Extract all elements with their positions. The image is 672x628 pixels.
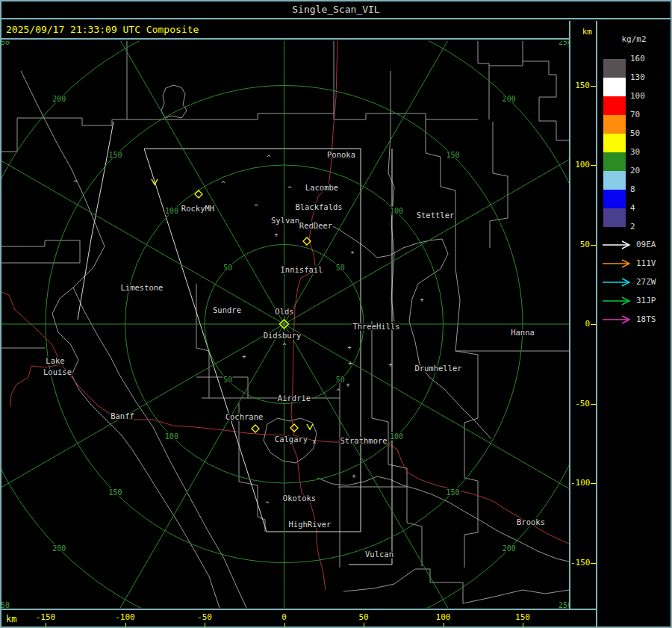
bottom-distance-axis: km -150-100-50050100150 xyxy=(0,609,596,628)
radar-id-label: 09EA xyxy=(636,240,669,249)
point-marker: + xyxy=(420,296,424,303)
city-label: ThreeHills xyxy=(352,322,399,331)
bottom-axis-tick-mark xyxy=(205,623,205,628)
city-label: Calgary xyxy=(275,435,308,444)
right-axis-tick-label: -50 xyxy=(570,400,590,408)
radar-map-canvas[interactable]: 5050505010010010010015015015015020020020… xyxy=(1,41,569,608)
legend-color-swatch xyxy=(603,96,626,115)
point-marker: + xyxy=(347,343,352,351)
right-axis-tick-mark xyxy=(591,483,596,484)
radar-id-label: 27ZW xyxy=(636,278,669,287)
radar-map-svg: 5050505010010010010015015015015020020020… xyxy=(1,41,569,608)
yellow-check-marker xyxy=(307,424,313,429)
legend-panel: kg/m2 1601301007050302084209EA111V27ZW31… xyxy=(597,21,671,628)
legend-threshold-value: 100 xyxy=(630,92,660,101)
legend-color-swatch xyxy=(603,208,626,227)
range-ring-label: 100 xyxy=(390,432,403,441)
point-marker: + xyxy=(348,359,352,367)
city-label: Blackfalds xyxy=(295,202,342,211)
right-axis-tick-mark xyxy=(591,165,596,166)
bottom-axis-tick-mark xyxy=(284,623,285,628)
range-ring-label: 250 xyxy=(559,601,569,608)
legend-threshold-value: 130 xyxy=(630,73,660,82)
range-ring-label: 100 xyxy=(165,432,178,441)
city-label: Brooks xyxy=(517,517,545,526)
bottom-axis-tick-label: 50 xyxy=(347,613,380,622)
city-label: Hanna xyxy=(511,328,535,337)
bottom-axis-tick-label: 100 xyxy=(427,613,460,622)
legend-threshold-value: 2 xyxy=(630,223,660,231)
city-label: Innisfail xyxy=(281,265,323,274)
point-marker: + xyxy=(242,352,246,360)
right-axis-tick-mark xyxy=(591,86,596,87)
range-ring-label: 200 xyxy=(503,544,516,553)
city-label: Airdrie xyxy=(278,394,311,402)
point-marker: + xyxy=(352,472,356,479)
legend-threshold-value: 50 xyxy=(630,129,660,138)
legend-threshold-value: 30 xyxy=(630,148,660,157)
point-marker: + xyxy=(274,231,279,238)
legend-color-swatch xyxy=(603,134,626,152)
range-ring-label: 50 xyxy=(336,264,345,272)
legend-units-label: kg/m2 xyxy=(597,34,671,44)
city-label: Louise xyxy=(43,367,72,376)
legend-color-swatch xyxy=(603,59,626,78)
radar-id-label: 18TS xyxy=(636,315,669,324)
right-axis-tick-label: 100 xyxy=(570,161,590,170)
window-title: Single_Scan_VIL xyxy=(0,0,672,19)
right-distance-axis: km 150100500-50-100-150 xyxy=(570,21,596,609)
bottom-axis-unit: km xyxy=(6,614,16,624)
range-ring-label: 250 xyxy=(559,41,569,46)
radar-arrow-icon xyxy=(602,296,635,305)
city-label: Stettler xyxy=(417,211,455,220)
radar-scan-outline xyxy=(78,122,392,565)
city-label: Drumheller xyxy=(414,364,461,373)
right-axis-tick-label: -100 xyxy=(570,479,590,488)
legend-color-swatch xyxy=(603,115,626,134)
legend-color-swatch xyxy=(603,78,626,96)
range-ring-label: 100 xyxy=(165,207,178,215)
legend-threshold-value: 70 xyxy=(630,111,660,119)
city-label: Vulcan xyxy=(365,550,393,559)
city-label: HighRiver xyxy=(289,520,332,529)
city-label: Sylvan xyxy=(271,216,299,225)
scan-timestamp: 2025/09/17 21:33:09 UTC Composite xyxy=(0,21,569,40)
city-layer: RockyMHPonokaLacombeBlackfaldsSylvanRedD… xyxy=(43,150,545,559)
range-ring-label: 200 xyxy=(52,544,66,553)
range-ring-label: 150 xyxy=(109,488,122,497)
range-ring-label: 100 xyxy=(390,207,403,215)
radar-app-window: Single_Scan_VIL 2025/09/17 21:33:09 UTC … xyxy=(0,0,672,628)
right-axis-tick-mark xyxy=(591,324,596,325)
right-axis-tick-mark xyxy=(591,563,596,564)
range-ring-label: 50 xyxy=(336,376,345,384)
range-ring-label: 250 xyxy=(1,41,10,46)
point-marker: ^ xyxy=(336,388,340,395)
legend-color-swatch xyxy=(603,152,626,171)
point-marker: ^ xyxy=(73,179,78,187)
city-label: Banff xyxy=(111,411,134,420)
right-axis-tick-mark xyxy=(591,404,596,405)
city-label: Strathmore xyxy=(340,436,387,445)
radar-arrow-icon xyxy=(602,315,635,324)
bottom-axis-tick-mark xyxy=(125,623,126,628)
city-label: RockyMH xyxy=(181,204,214,213)
range-ring-label: 50 xyxy=(223,264,232,272)
legend-threshold-value: 160 xyxy=(630,55,660,63)
city-label: Lacombe xyxy=(305,183,338,192)
point-marker: + xyxy=(388,361,393,368)
legend-color-swatch xyxy=(603,171,626,190)
point-marker: ^ xyxy=(282,342,287,349)
city-diamond-marker xyxy=(290,424,298,432)
city-diamond-marker xyxy=(252,425,259,432)
city-label: Lake xyxy=(46,356,64,365)
radar-arrow-icon xyxy=(602,240,635,249)
city-label: Olds xyxy=(275,307,293,316)
point-marker: ^ xyxy=(221,180,225,187)
bottom-axis-tick-label: 0 xyxy=(268,613,301,622)
bottom-axis-tick-label: 150 xyxy=(506,613,539,622)
city-label: Sundre xyxy=(213,305,241,314)
bottom-axis-tick-mark xyxy=(523,623,523,628)
point-marker: ^ xyxy=(287,185,292,193)
city-label: Limestone xyxy=(121,283,164,292)
city-label: Okotoks xyxy=(283,494,316,503)
